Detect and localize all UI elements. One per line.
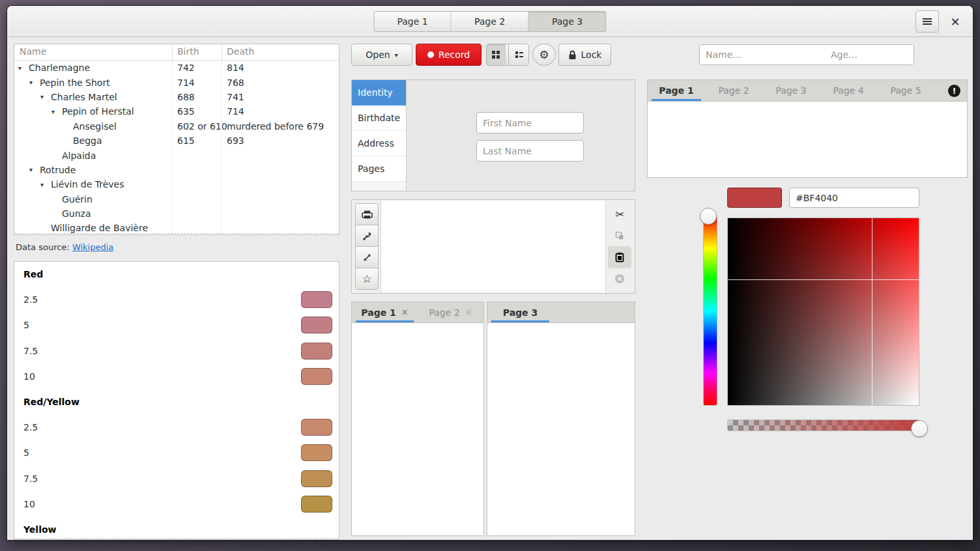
tab-page-1[interactable]: Page 1 (648, 80, 705, 101)
expander-icon[interactable]: ▾ (29, 166, 40, 173)
tree-cell-death: 814 (227, 63, 244, 73)
tab-page-2[interactable]: Page 2✕ (418, 302, 483, 322)
tree-col-death[interactable]: Death (227, 46, 254, 57)
hue-slider[interactable] (703, 216, 717, 406)
expander-icon[interactable]: ▾ (29, 79, 40, 86)
color-list-item[interactable]: 10 (14, 492, 339, 518)
menu-button[interactable] (915, 10, 939, 33)
wikipedia-link[interactable]: Wikipedia (72, 242, 113, 252)
tab-close-icon[interactable]: ✕ (465, 307, 472, 317)
scroll-undershoot (15, 233, 338, 234)
sidebar-item-birthdate[interactable]: Birthdate (352, 106, 406, 131)
hue-slider-handle[interactable] (700, 208, 717, 225)
tab-page-5[interactable]: Page 5 (877, 80, 934, 101)
paste-button[interactable] (608, 246, 631, 268)
hex-color-field[interactable] (789, 188, 919, 208)
column-divider (172, 61, 173, 234)
sv-crosshair-horizontal (728, 279, 919, 280)
left-tool-palette: ☆ (355, 203, 379, 290)
titlebar-tab-page-2[interactable]: Page 2 (452, 11, 529, 32)
grid-view-toggle[interactable] (487, 44, 506, 65)
tree-cell-birth: 635 (177, 106, 195, 117)
paste-icon (615, 252, 624, 262)
sidebar-item-pages[interactable]: Pages (352, 156, 406, 182)
tree-row[interactable]: Begga615693 (14, 134, 339, 148)
tab-page-2[interactable]: Page 2 (705, 80, 762, 101)
cut-button[interactable]: ✂ (608, 203, 631, 225)
first-name-field[interactable] (476, 112, 584, 134)
color-swatch (301, 496, 332, 513)
tree-cell-name: Alpaida (14, 150, 96, 161)
family-tree-rows: ▾Charlemagne742814▾Pepin the Short714768… (14, 61, 339, 235)
color-swatch (301, 444, 332, 461)
application-window: Page 1Page 2Page 3 ✕ Name Birth Death ▾C… (7, 5, 973, 541)
tab-page-4[interactable]: Page 4 (820, 80, 877, 101)
tree-col-name[interactable]: Name (20, 46, 46, 57)
window-close-button[interactable]: ✕ (944, 10, 966, 33)
color-list-item[interactable]: 7.5 (14, 466, 339, 492)
tree-row[interactable]: Alpaida (14, 148, 339, 162)
tree-row[interactable]: Gunza (14, 206, 339, 221)
color-list-item[interactable]: 5 (14, 440, 339, 466)
tree-name-label: Gunza (62, 208, 91, 219)
tab-page-1[interactable]: Page 1✕ (352, 302, 418, 322)
color-list-item[interactable]: 2.5 (14, 414, 339, 440)
last-name-field[interactable] (476, 140, 584, 162)
copy-button[interactable] (608, 225, 631, 247)
expander-icon[interactable]: ▾ (51, 108, 62, 115)
lock-button[interactable]: Lock (558, 44, 611, 66)
tree-name-label: Pepin the Short (40, 78, 110, 88)
tab-page-3[interactable]: Page 3 (487, 302, 553, 322)
sidebar-item-address[interactable]: Address (352, 131, 406, 156)
tree-row[interactable]: Guérin (14, 192, 339, 206)
saturation-value-plane[interactable] (727, 218, 919, 406)
age-input[interactable] (825, 45, 914, 64)
cancel-button[interactable] (608, 268, 631, 290)
tab-page-3[interactable]: Page 3 (762, 80, 820, 101)
expander-icon[interactable]: ▾ (40, 93, 51, 100)
titlebar-tab-page-3[interactable]: Page 3 (529, 11, 607, 32)
print-tool-button[interactable] (355, 203, 379, 225)
chevron-down-icon: ▾ (395, 51, 398, 59)
settings-button[interactable]: ⚙ (532, 44, 556, 66)
open-button[interactable]: Open ▾ (351, 44, 412, 66)
favorite-tool-button[interactable]: ☆ (355, 268, 379, 290)
share-tool-button[interactable] (355, 225, 379, 247)
record-button[interactable]: Record (416, 44, 482, 66)
lock-button-label: Lock (581, 49, 602, 60)
titlebar-tab-page-1[interactable]: Page 1 (374, 11, 452, 32)
resize-diagonal-icon (362, 253, 372, 262)
name-input[interactable] (700, 45, 825, 64)
color-list-item[interactable]: 10 (14, 364, 339, 390)
tree-row[interactable]: ▾Pepin of Herstal635714 (14, 104, 339, 119)
fullscreen-tool-button[interactable] (355, 246, 379, 268)
expander-icon[interactable]: ▾ (40, 181, 51, 188)
warning-icon[interactable]: ! (948, 85, 960, 97)
tab-label: Page 2 (718, 85, 749, 96)
sidebar-item-identity[interactable]: Identity (352, 80, 406, 106)
tree-row[interactable]: ▾Rotrude (14, 163, 339, 177)
tree-row[interactable]: ▾Pepin the Short714768 (14, 75, 339, 89)
list-view-toggle[interactable] (510, 44, 529, 65)
tree-cell-birth: 742 (177, 63, 195, 73)
tree-col-birth[interactable]: Birth (177, 46, 199, 57)
canvas[interactable] (381, 201, 606, 292)
desktop: { "window": { "titlebar_tabs": [ { "labe… (0, 0, 980, 551)
expander-icon[interactable]: ▾ (18, 64, 29, 72)
tree-row[interactable]: Ansegisel602 or 610murdered before 679 (14, 119, 339, 134)
tree-cell-name: ▾Charles Martel (14, 92, 117, 102)
color-list-item[interactable]: 2.5 (14, 287, 339, 313)
data-source-label: Data source: (16, 242, 70, 252)
tree-row[interactable]: ▾Liévin de Trèves (14, 177, 339, 191)
color-swatch-button[interactable] (727, 188, 782, 208)
tab-label: Page 5 (890, 85, 921, 96)
alpha-slider-handle[interactable] (911, 420, 928, 437)
tab-close-icon[interactable]: ✕ (401, 307, 409, 317)
color-list-item[interactable]: 5 (14, 313, 339, 339)
notebook-left: Page 1✕Page 2✕ (351, 302, 484, 536)
alpha-slider[interactable] (727, 419, 919, 431)
tree-row[interactable]: ▾Charlemagne742814 (14, 61, 339, 75)
tree-row[interactable]: ▾Charles Martel688741 (14, 90, 339, 104)
color-list-item[interactable]: 7.5 (14, 338, 339, 364)
tree-cell-birth: 714 (177, 78, 195, 88)
